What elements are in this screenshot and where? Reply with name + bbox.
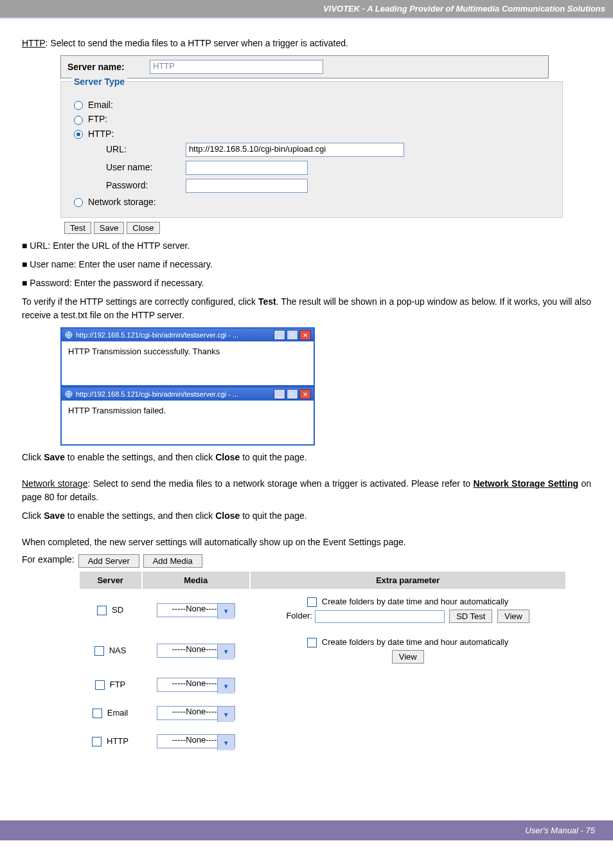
chevron-down-icon[interactable]: ▼ [217, 707, 235, 722]
checkbox-auto-sd[interactable] [307, 597, 317, 607]
popup-success-body: HTTP Transmission successfully. Thanks [62, 341, 314, 385]
bullet-url: ■ URL: Enter the URL of the HTTP server. [22, 239, 591, 253]
folder-input-sd[interactable] [315, 610, 445, 623]
media-value-ftp: -----None----- [170, 677, 222, 689]
s2c: to enable the settings, and then click [65, 511, 215, 521]
table-row-email: Email -----None----- ▼ [80, 700, 565, 727]
chevron-down-icon[interactable]: ▼ [217, 604, 235, 619]
hdr-extra: Extra parameter [251, 572, 565, 589]
server-name-row: Server name: HTTP [60, 55, 549, 78]
completed-para: When completed, the new server settings … [22, 536, 591, 549]
label-sd: SD [112, 605, 123, 615]
radio-email[interactable] [74, 101, 83, 110]
page-footer: User's Manual - 75 [0, 820, 613, 840]
username-row: User name: [106, 161, 549, 175]
checkbox-ftp[interactable] [95, 680, 105, 690]
save-para-2: Click Save to enable the settings, and t… [22, 509, 591, 523]
add-server-button[interactable]: Add Server [78, 554, 139, 568]
minimize-icon[interactable]: _ [274, 389, 285, 399]
add-media-button[interactable]: Add Media [143, 554, 202, 568]
popup-fail-title: http://192.168.5.121/cgi-bin/admin/tests… [76, 390, 238, 398]
sdtest-button[interactable]: SD Test [449, 610, 492, 623]
media-value-sd: -----None----- [170, 602, 222, 615]
table-row-http: HTTP -----None----- ▼ [80, 728, 565, 755]
server-type-fieldset: Server Type Email: FTP: HTTP: URL: http:… [60, 81, 563, 218]
table-header: Server Media Extra parameter [80, 572, 565, 589]
s2d: Close [215, 511, 240, 521]
server-type-legend: Server Type [71, 77, 127, 87]
ns-link[interactable]: Network Storage Setting [473, 478, 578, 489]
close-icon[interactable]: ✕ [299, 330, 311, 340]
checkbox-http[interactable] [92, 737, 102, 746]
table-row-ftp: FTP -----None----- ▼ [80, 671, 565, 698]
server-buttons: Test Save Close [64, 222, 591, 234]
view-button-sd[interactable]: View [497, 610, 529, 623]
save-button[interactable]: Save [94, 222, 125, 234]
chevron-down-icon[interactable]: ▼ [217, 735, 235, 750]
ie-icon [64, 390, 73, 399]
server-name-input[interactable]: HTTP [150, 60, 323, 74]
media-select-ftp[interactable]: -----None----- ▼ [157, 678, 235, 692]
opt-http-label: HTTP: [88, 129, 114, 139]
ns-para: Network storage: Select to send the medi… [22, 477, 591, 504]
popup-success: http://192.168.5.121/cgi-bin/admin/tests… [60, 327, 315, 386]
minimize-icon[interactable]: _ [274, 330, 285, 340]
username-label: User name: [106, 162, 183, 172]
s2a: Click [22, 511, 44, 521]
close-button[interactable]: Close [127, 222, 159, 234]
media-value-nas: -----None----- [170, 643, 222, 655]
checkbox-auto-nas[interactable] [307, 638, 317, 647]
opt-email[interactable]: Email: [74, 100, 549, 110]
opt-email-label: Email: [88, 100, 113, 110]
verify-a: To verify if the HTTP settings are corre… [22, 296, 258, 307]
popup-success-title: http://192.168.5.121/cgi-bin/admin/tests… [76, 331, 238, 339]
s2e: to quit the page. [240, 511, 306, 521]
opt-ftp[interactable]: FTP: [74, 114, 549, 124]
save-para-1: Click Save to enable the settings, and t… [22, 451, 591, 464]
page-content: HTTP: Select to send the media files to … [0, 19, 613, 795]
popup-success-titlebar: http://192.168.5.121/cgi-bin/admin/tests… [62, 329, 314, 341]
checkbox-sd[interactable] [97, 606, 107, 615]
media-select-http[interactable]: -----None----- ▼ [157, 734, 235, 748]
auto-sd-label: Create folders by date time and hour aut… [322, 597, 509, 606]
page-banner: VIVOTEK - A Leading Provider of Multimed… [0, 0, 613, 17]
chevron-down-icon[interactable]: ▼ [217, 678, 235, 694]
events-table: Server Media Extra parameter SD -----Non… [78, 570, 567, 756]
radio-http[interactable] [74, 130, 83, 139]
for-example-label: For example: [22, 554, 75, 565]
opt-ns[interactable]: Network storage: [74, 197, 549, 207]
radio-ns[interactable] [74, 198, 83, 207]
folder-label: Folder: [286, 611, 312, 620]
label-http: HTTP [107, 736, 129, 746]
password-label: Password: [106, 180, 183, 190]
auto-nas-label: Create folders by date time and hour aut… [322, 637, 509, 647]
close-icon[interactable]: ✕ [299, 389, 311, 399]
opt-ftp-label: FTP: [88, 114, 107, 124]
maximize-icon[interactable]: □ [287, 330, 298, 340]
label-email: Email [107, 708, 129, 718]
radio-ftp[interactable] [74, 116, 83, 125]
url-input[interactable]: http://192.168.5.10/cgi-bin/upload.cgi [186, 143, 404, 157]
popup-row: http://192.168.5.121/cgi-bin/admin/tests… [60, 327, 591, 446]
media-select-nas[interactable]: -----None----- ▼ [157, 644, 235, 658]
username-input[interactable] [186, 161, 308, 175]
media-select-email[interactable]: -----None----- ▼ [157, 706, 235, 720]
table-row-sd: SD -----None----- ▼ Create folders by da… [80, 590, 565, 629]
s1c: to enable the settings, and then click [65, 452, 215, 462]
label-ftp: FTP [110, 680, 126, 689]
popup-fail-titlebar: http://192.168.5.121/cgi-bin/admin/tests… [62, 388, 314, 401]
maximize-icon[interactable]: □ [287, 389, 298, 399]
view-button-nas[interactable]: View [392, 650, 424, 664]
test-button[interactable]: Test [64, 222, 91, 234]
bullet-user: ■ User name: Enter the user name if nece… [22, 258, 591, 271]
chevron-down-icon[interactable]: ▼ [217, 644, 235, 660]
media-value-email: -----None----- [170, 705, 222, 718]
table-row-nas: NAS -----None----- ▼ Create folders by d… [80, 631, 565, 670]
checkbox-email[interactable] [93, 709, 102, 718]
opt-http[interactable]: HTTP: [74, 129, 549, 139]
http-intro: HTTP: Select to send the media files to … [22, 37, 591, 50]
ns-prefix: Network storage [22, 478, 87, 489]
checkbox-nas[interactable] [94, 646, 104, 656]
password-input[interactable] [186, 179, 308, 193]
media-select-sd[interactable]: -----None----- ▼ [157, 603, 235, 617]
